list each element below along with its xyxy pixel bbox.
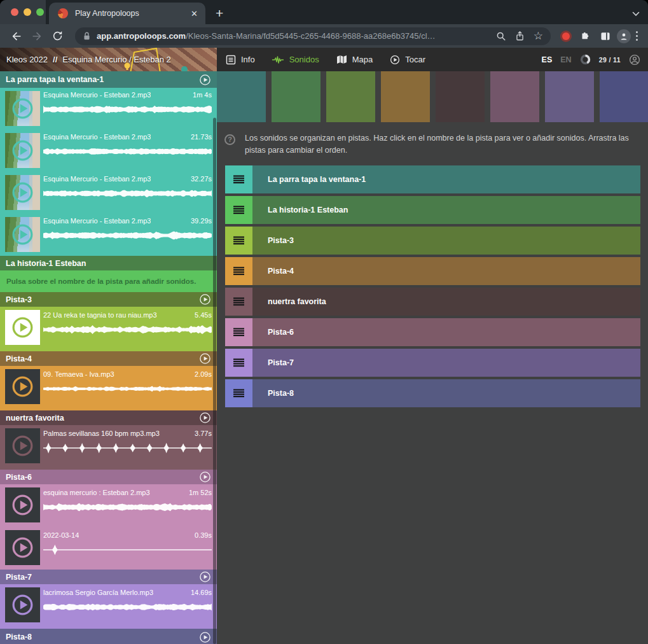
bookmark-star-icon[interactable]: ☆ xyxy=(534,31,543,41)
track-header[interactable]: Pista-6 xyxy=(0,470,217,484)
track-play-button[interactable] xyxy=(199,293,211,305)
nav-item-tocar[interactable]: Tocar xyxy=(390,55,425,65)
color-swatch[interactable] xyxy=(381,71,430,122)
track-row[interactable]: Pista-3 xyxy=(225,227,640,255)
clip-duration: 14.69s xyxy=(191,589,212,596)
audio-clip[interactable]: 2022-03-140.39s xyxy=(0,527,217,570)
new-tab-button[interactable]: + xyxy=(216,6,223,20)
tab-search-chevron-icon[interactable] xyxy=(632,8,640,19)
close-window-button[interactable] xyxy=(11,8,18,16)
browser-tab[interactable]: Play Antropoloops ✕ xyxy=(49,3,205,24)
color-swatch[interactable] xyxy=(272,71,321,122)
track-play-button[interactable] xyxy=(199,74,211,86)
clip-thumbnail[interactable] xyxy=(5,91,40,126)
clip-thumbnail[interactable] xyxy=(5,133,40,168)
clip-thumbnail[interactable] xyxy=(5,587,40,622)
tab-close-icon[interactable]: ✕ xyxy=(190,9,199,18)
audio-clip[interactable]: lacrimosa Sergio García Merlo.mp314.69s xyxy=(0,584,217,629)
track-header[interactable]: Pista-3 xyxy=(0,292,217,307)
track-play-button[interactable] xyxy=(199,471,211,483)
clip-waveform xyxy=(43,144,212,158)
account-icon[interactable] xyxy=(629,54,640,66)
audio-clip[interactable]: Esquina Mercurio - Esteban 2.mp31m 4s xyxy=(0,88,217,130)
share-icon[interactable] xyxy=(515,31,525,41)
breadcrumb-title[interactable]: Esquina Mercurio / Esteban 2 xyxy=(62,55,171,64)
audio-clip[interactable]: 09. Temaeva - Iva.mp32.09s xyxy=(0,366,217,410)
drag-handle-icon[interactable] xyxy=(225,257,252,285)
nav-item-sonidos[interactable]: Sonidos xyxy=(272,55,319,64)
url-bar[interactable]: app.antropoloops.com/Kleos-Santa-Marina/… xyxy=(75,27,551,45)
color-swatch[interactable] xyxy=(545,71,594,122)
track-row[interactable]: nuertra favorita xyxy=(225,288,640,316)
nav-label: Mapa xyxy=(352,55,373,64)
forward-button[interactable] xyxy=(28,27,46,45)
help-question-icon: ? xyxy=(224,134,235,145)
audio-clip[interactable]: Esquina Mercurio - Esteban 2.mp321.73s xyxy=(0,130,217,172)
track-header[interactable]: Pista-7 xyxy=(0,570,217,584)
track-play-button[interactable] xyxy=(199,631,211,643)
language-es-button[interactable]: ES xyxy=(542,55,553,64)
drag-handle-icon[interactable] xyxy=(225,165,252,193)
drag-handle-icon[interactable] xyxy=(225,318,252,346)
clip-thumbnail[interactable] xyxy=(5,310,40,345)
minimize-window-button[interactable] xyxy=(24,8,31,16)
track-header[interactable]: La historia-1 Esteban xyxy=(0,256,217,270)
drag-handle-icon[interactable] xyxy=(225,227,252,255)
clip-title: Esquina Mercurio - Esteban 2.mp3 xyxy=(43,175,151,183)
track-row[interactable]: La historia-1 Esteban xyxy=(225,196,640,224)
clip-duration: 5.45s xyxy=(195,311,212,319)
color-swatch[interactable] xyxy=(326,71,375,122)
track-row[interactable]: La parra tapa la ventana-1 xyxy=(225,165,640,193)
browser-profile-avatar[interactable] xyxy=(617,29,631,43)
track-header[interactable]: Pista-4 xyxy=(0,351,217,366)
sidebar-track-section: Pista-409. Temaeva - Iva.mp32.09s xyxy=(0,351,217,410)
track-row[interactable]: Pista-6 xyxy=(225,318,640,346)
audio-clip[interactable]: Esquina Mercurio - Esteban 2.mp339.29s xyxy=(0,214,217,256)
zoom-icon[interactable] xyxy=(496,31,506,41)
track-play-button[interactable] xyxy=(199,353,211,365)
clip-thumbnail[interactable] xyxy=(5,530,40,565)
recording-indicator-icon[interactable] xyxy=(562,32,570,40)
clip-thumbnail[interactable] xyxy=(5,217,40,252)
clip-thumbnail[interactable] xyxy=(5,369,40,404)
drag-handle-icon[interactable] xyxy=(225,288,252,316)
drag-handle-icon[interactable] xyxy=(225,349,252,377)
drag-handle-icon[interactable] xyxy=(225,379,252,407)
back-button[interactable] xyxy=(8,27,25,45)
audio-clip[interactable]: Palmas sevillanas 160 bpm mp3.mp33.77s xyxy=(0,425,217,470)
audio-clip[interactable]: Esquina Mercurio - Esteban 2.mp332.27s xyxy=(0,172,217,214)
color-swatch[interactable] xyxy=(490,71,539,122)
breadcrumb-separator: // xyxy=(53,55,57,64)
drag-handle-icon[interactable] xyxy=(225,196,252,224)
breadcrumb-project[interactable]: Kleos 2022 xyxy=(6,55,48,64)
reload-button[interactable] xyxy=(48,27,66,45)
maximize-window-button[interactable] xyxy=(36,8,44,16)
browser-menu-icon[interactable] xyxy=(633,31,640,41)
help-note: ? Los sonidos se organizan en pistas. Ha… xyxy=(224,132,639,157)
extensions-puzzle-icon[interactable] xyxy=(576,27,594,45)
track-row[interactable]: Pista-7 xyxy=(225,349,640,377)
clip-thumbnail[interactable] xyxy=(5,487,40,522)
track-play-button[interactable] xyxy=(199,412,211,424)
audio-clip[interactable]: esquina mercurio : Esteban 2.mp31m 52s xyxy=(0,484,217,527)
color-swatch[interactable] xyxy=(217,71,266,122)
color-swatch[interactable] xyxy=(600,71,648,122)
sonidos-icon xyxy=(272,55,284,64)
audio-clip[interactable]: 22 Ua reka te tagnia to rau niau.mp35.45… xyxy=(0,307,217,351)
side-panel-icon[interactable] xyxy=(596,27,614,45)
breadcrumb[interactable]: Kleos 2022 // Esquina Mercurio / Esteban… xyxy=(0,48,217,71)
track-play-button[interactable] xyxy=(199,571,211,583)
track-header[interactable]: La parra tapa la ventana-1 xyxy=(0,71,217,88)
track-header[interactable]: nuertra favorita xyxy=(0,410,217,425)
track-row[interactable]: Pista-4 xyxy=(225,257,640,285)
color-swatch[interactable] xyxy=(436,71,485,122)
clip-title: 22 Ua reka te tagnia to rau niau.mp3 xyxy=(43,311,157,319)
clip-thumbnail[interactable] xyxy=(5,175,40,210)
sidebar-scrollbar[interactable] xyxy=(213,118,216,644)
nav-item-info[interactable]: Info xyxy=(226,55,255,65)
track-header[interactable]: Pista-8 xyxy=(0,629,217,644)
clip-thumbnail[interactable] xyxy=(5,428,40,463)
language-en-button[interactable]: EN xyxy=(560,55,571,64)
nav-item-mapa[interactable]: Mapa xyxy=(336,55,373,64)
track-row[interactable]: Pista-8 xyxy=(225,379,640,407)
